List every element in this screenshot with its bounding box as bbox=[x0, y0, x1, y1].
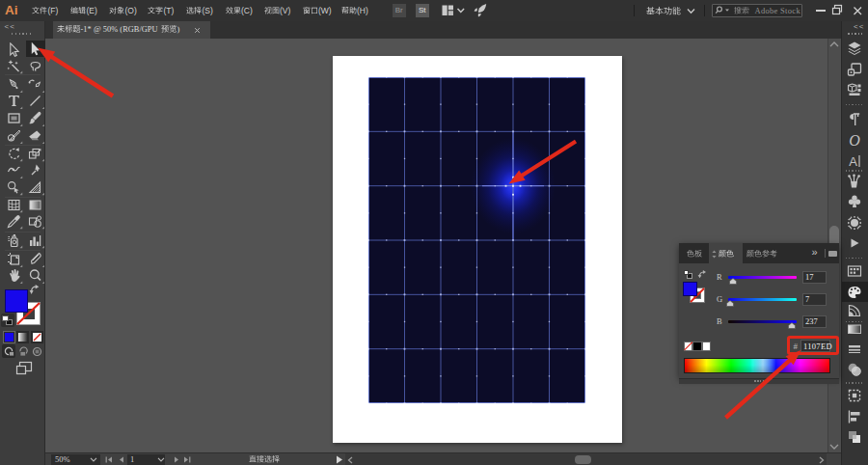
svg-text:O: O bbox=[849, 133, 860, 149]
svg-text:A: A bbox=[849, 154, 857, 169]
